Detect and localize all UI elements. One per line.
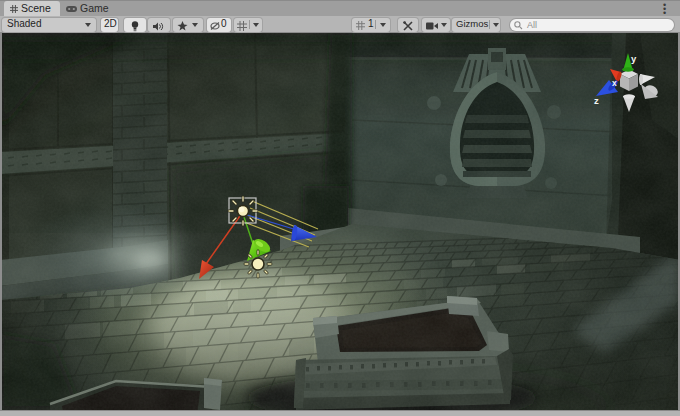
svg-text:z: z bbox=[594, 95, 599, 106]
svg-text:x: x bbox=[612, 78, 617, 88]
svg-text:y: y bbox=[631, 53, 637, 64]
